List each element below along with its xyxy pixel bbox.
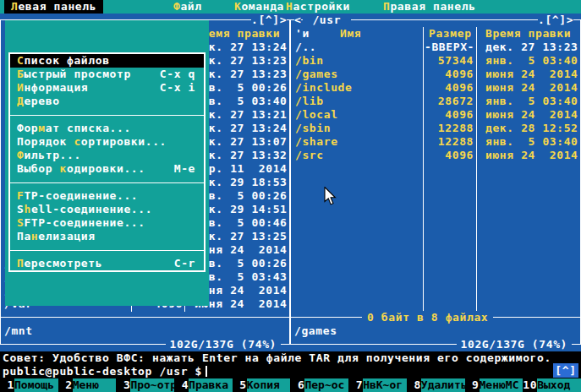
fkey-number: 5 [233, 378, 247, 392]
menu-item-Фильтр-[interactable]: Фильтр... [10, 149, 204, 162]
menu-item-Дерево[interactable]: Дерево [10, 95, 204, 108]
fkey-6[interactable]: 6Пер~ос [290, 378, 348, 392]
file-name[interactable]: /local [295, 108, 338, 122]
right-panel: < /usr .[^]> 'и Имя Размер Время правки … [290, 19, 581, 345]
fkey-label: Помощь [14, 378, 58, 392]
menubar-item-евая-панель[interactable]: Левая панель [4, 0, 103, 14]
menu-item-Информация[interactable]: ИнформацияC-x i [10, 81, 204, 95]
fkey-1[interactable]: 1Помощь [0, 378, 58, 392]
right-column-header-size[interactable]: Размер [429, 27, 472, 41]
right-panel-nav: .[^]> [538, 14, 573, 27]
fkey-label: Пер~ос [304, 378, 348, 392]
menu-item-Формат-списка-[interactable]: Формат списка... [10, 122, 204, 135]
menubar-item-астройки[interactable]: Настройки [279, 0, 357, 14]
menu-item-Список-файлов[interactable]: Список файлов [10, 54, 204, 68]
command-line[interactable]: public@public-desktop /usr $ [0, 365, 581, 378]
mouse-cursor-icon [324, 187, 337, 205]
fkey-number: 3 [116, 378, 130, 392]
menubar-item-равая-панель[interactable]: Правая панель [376, 0, 483, 14]
file-name[interactable]: /sbin [295, 122, 331, 135]
menu-item-FTP-соединение-[interactable]: FTP-соединение... [10, 189, 204, 203]
dir-up-button[interactable]: [^] [258, 14, 279, 26]
left-disk-usage: 102G/137G (74%) [166, 338, 281, 351]
file-size: 12288 [425, 135, 474, 149]
file-mtime: июня 24 2014 [485, 68, 578, 81]
fkey-2[interactable]: 2Меню [58, 378, 117, 392]
menu-item-SFTP-соединение-[interactable]: SFTP-соединение... [10, 216, 204, 230]
fkey-number: 6 [290, 378, 304, 392]
fkey-number: 4 [174, 378, 189, 392]
menu-item-Быстрый-просмотр[interactable]: Быстрый просмотрC-x q [10, 68, 204, 81]
menubar-item-label: астройки [293, 0, 349, 13]
fkey-label: Правка [189, 378, 233, 392]
fkey-4[interactable]: 4Правка [174, 378, 233, 392]
shell-prompt: public@public-desktop /usr $ [3, 365, 202, 378]
history-forward-icon[interactable]: > [567, 14, 573, 26]
menu-bar: Левая панельФайлКомандаНастройкиПравая п… [0, 0, 581, 14]
fkey-number: 2 [58, 378, 73, 392]
menu-separator [10, 108, 204, 122]
menu-item-Пересмотреть[interactable]: ПересмотретьC-r [10, 257, 204, 270]
right-column-divider [476, 27, 477, 312]
menu-item-Порядок-сортировки-[interactable]: Порядок сортировки... [10, 135, 204, 149]
fkey-5[interactable]: 5Копия [233, 378, 291, 392]
right-disk-usage: 102G/137G (74%) [457, 338, 572, 351]
dir-up-button[interactable]: [^] [545, 14, 566, 26]
menubar-item-label: айл [180, 0, 201, 13]
history-back-icon[interactable]: < [294, 14, 301, 27]
panels-toggle-button[interactable]: [^] [553, 363, 578, 378]
file-name[interactable]: /.. [295, 41, 316, 54]
menu-item-Панелизация[interactable]: Панелизация [10, 230, 204, 243]
fkey-label: Меню [73, 378, 117, 392]
file-mtime: июня 24 2014 [485, 108, 578, 122]
file-mtime: дек. 28 12:52 [485, 122, 578, 135]
hotkey-letter: м [38, 122, 45, 134]
menubar-item-label: равая панель [390, 0, 475, 13]
hotkey-letter: к [60, 162, 67, 175]
history-forward-icon[interactable]: > [280, 14, 287, 26]
menubar-item-label: оманда [241, 0, 284, 13]
text-cursor [206, 366, 207, 377]
left-panel-dropdown-menu: Список файловБыстрый просмотрC-x qИнформ… [5, 20, 209, 306]
file-name[interactable]: /lib [295, 95, 324, 108]
menubar-item-label: евая панель [18, 0, 96, 13]
menubar-item-айл[interactable]: Файл [167, 0, 209, 14]
file-size: 4096 [425, 81, 474, 95]
file-mtime: июня 24 2014 [485, 81, 578, 95]
hint-line: Совет: Удобство ВФС: нажать Enter на фай… [0, 351, 581, 365]
fkey-label: Удалить [421, 378, 465, 392]
menu-separator [10, 176, 204, 189]
file-name[interactable]: /bin [295, 54, 324, 68]
right-column-header-name[interactable]: Имя [340, 27, 361, 41]
fkey-label: Выход [537, 378, 581, 392]
file-name[interactable]: /include [295, 81, 352, 95]
right-sort-indicator[interactable]: 'и [295, 27, 310, 41]
menu-item-Shell-соединение-[interactable]: Shell-соединение... [10, 203, 204, 216]
right-totals-label: 0 байт в 8 файлах [362, 311, 493, 324]
fkey-7[interactable]: 7НвК~ог [348, 378, 407, 392]
file-name[interactable]: /share [295, 135, 338, 149]
fkey-10[interactable]: 10Выход [523, 378, 581, 392]
file-name[interactable]: /games [295, 68, 338, 81]
file-name[interactable]: /src [295, 149, 324, 162]
file-size: 28672 [425, 95, 474, 108]
hotkey-letter: h [24, 203, 30, 215]
right-current-file: /games [294, 324, 337, 338]
menu-separator [10, 243, 204, 257]
fkey-label: МенюМС [480, 378, 523, 392]
right-column-header-mtime[interactable]: Время правки [485, 27, 571, 41]
file-size: 57344 [425, 54, 474, 68]
fkey-number: 10 [523, 378, 537, 392]
fkey-9[interactable]: 9МенюМС [465, 378, 523, 392]
menu-item-Выбор-кодировки-[interactable]: Выбор кодировки...M-e [10, 162, 204, 176]
function-key-bar: 1Помощь2Меню3Про~отр4Правка5Копия6Пер~ос… [0, 378, 581, 392]
right-panel-path[interactable]: /usr [303, 14, 351, 27]
fkey-3[interactable]: 3Про~отр [116, 378, 174, 392]
file-size: 4096 [425, 149, 474, 162]
right-column-divider [423, 27, 424, 312]
file-size: 12288 [425, 122, 474, 135]
file-size: -ВВЕРХ- [425, 41, 474, 54]
mc-screen: Левая панельФайлКомандаНастройкиПравая п… [0, 0, 581, 392]
menu-item-shortcut: C-r [174, 257, 195, 270]
fkey-8[interactable]: 8Удалить [407, 378, 465, 392]
